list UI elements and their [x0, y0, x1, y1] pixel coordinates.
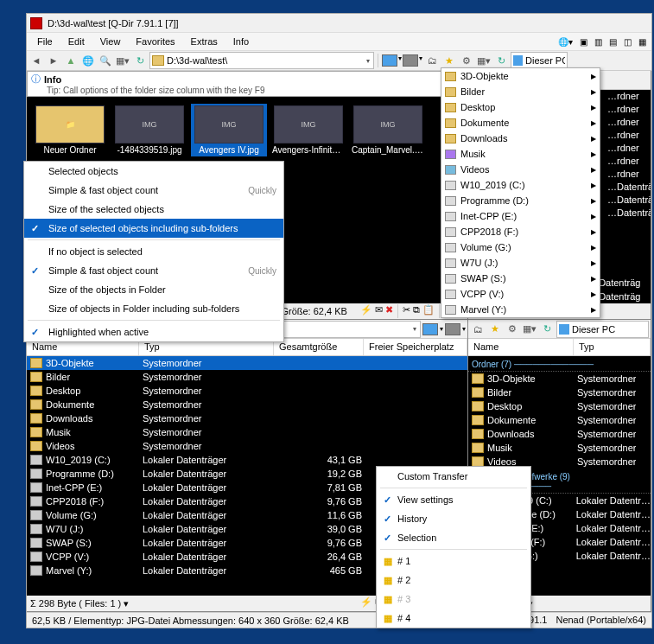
list-item[interactable]: 3D-ObjekteSystemordner — [27, 356, 467, 370]
flyout-item[interactable]: Bilder▶ — [441, 84, 600, 99]
flyout-item[interactable]: 3D-Objekte▶ — [441, 68, 600, 84]
pc-selector[interactable]: Dieser PC — [511, 52, 568, 69]
list-item[interactable]: DokumenteSystemordner — [27, 398, 467, 411]
list-item[interactable]: MusikSystemordner — [27, 425, 467, 439]
list-item[interactable]: MusikSystemordner — [468, 441, 651, 455]
layout-toggle-3[interactable]: ▤ — [607, 36, 619, 48]
list-item[interactable]: DesktopSystemordner — [27, 384, 467, 398]
context-menu-item[interactable]: Selected objects — [24, 162, 283, 181]
flyout-item[interactable]: SWAP (S:)▶ — [441, 271, 600, 286]
context-menu-item[interactable]: If no object is selected — [24, 242, 283, 261]
list-item[interactable]: 3D-ObjekteSystemordner — [468, 372, 651, 386]
list-item[interactable]: DownloadsSystemordner — [468, 427, 651, 441]
thumbnail-item[interactable]: 📁Neuer Ordner — [32, 104, 108, 156]
context-menu-item[interactable]: ▦# 4 — [377, 609, 530, 628]
flyout-item[interactable]: VCPP (V:)▶ — [441, 286, 600, 302]
flyout-item[interactable]: Volume (G:)▶ — [441, 239, 600, 255]
mail-icon[interactable]: ✉ — [375, 304, 383, 318]
address-dropdown[interactable]: ▾ — [365, 57, 371, 65]
list-item[interactable]: W10_2019 (C:)Lokaler Datenträger43,1 GB — [27, 453, 467, 467]
context-menu-item[interactable]: ▦# 2 — [377, 571, 530, 590]
list-item[interactable]: DesktopSystemordner — [468, 399, 651, 413]
delete-red-icon[interactable]: ✖ — [385, 304, 393, 318]
globe-icon[interactable]: 🌐▾ — [556, 36, 575, 48]
menu-edit[interactable]: Edit — [61, 35, 92, 48]
pane-selector-gray[interactable] — [445, 323, 460, 335]
gear-icon[interactable]: ⚙ — [459, 53, 474, 68]
flyout-item[interactable]: Desktop▶ — [441, 99, 600, 115]
context-menu-item[interactable]: ✓Simple & fast object countQuickly — [24, 261, 283, 280]
menu-favorites[interactable]: Favorites — [129, 35, 181, 48]
address-dropdown[interactable]: ▾ — [411, 325, 418, 333]
flyout-item[interactable]: Downloads▶ — [441, 131, 600, 146]
context-menu-custom-transfer[interactable]: Custom Transfer✓View settings✓History✓Se… — [376, 466, 531, 628]
pane-selector-blue[interactable] — [422, 323, 438, 335]
globe-button[interactable]: 🌐 — [80, 53, 96, 68]
flyout-item[interactable]: Musik▶ — [441, 146, 600, 162]
star-icon[interactable]: ★ — [441, 53, 457, 68]
pane-c-status-text[interactable]: Σ 298 Byte ( Files: 1 ) ▾ — [30, 598, 129, 609]
list-item[interactable]: BilderSystemordner — [468, 386, 651, 399]
group-header[interactable]: Ordner (7) ───────────── — [468, 358, 651, 372]
pane-d-address[interactable]: Dieser PC — [556, 321, 649, 338]
thumbnail-item[interactable]: IMGAvengers IV.jpg — [191, 104, 267, 156]
back-button[interactable]: ◄ — [29, 53, 44, 68]
tree-icon[interactable]: 🗂 — [424, 53, 440, 68]
thumbnail-item[interactable]: IMGCaptain_Marvel.jpg — [350, 104, 426, 156]
paste-icon[interactable]: 📋 — [422, 304, 435, 318]
list-item[interactable]: VideosSystemordner — [27, 439, 467, 453]
context-menu-item[interactable]: ✓View settings — [377, 490, 530, 509]
context-menu-item[interactable]: ✓History — [377, 509, 530, 528]
search-icon[interactable]: 🔍 — [98, 53, 113, 68]
flyout-item[interactable]: Marvel (Y:)▶ — [441, 302, 600, 317]
col-size[interactable]: Gesamtgröße — [274, 339, 364, 355]
wand-icon[interactable]: ⚡ — [360, 304, 372, 318]
menu-file[interactable]: File — [30, 35, 60, 48]
flyout-item[interactable]: Programme (D:)▶ — [441, 193, 600, 208]
thumbnail-item[interactable]: IMGAvengers-Infinity-... — [270, 104, 346, 156]
flyout-item[interactable]: Inet-CPP (E:)▶ — [441, 208, 600, 224]
flyout-item[interactable]: CPP2018 (F:)▶ — [441, 224, 600, 239]
star-icon[interactable]: ★ — [487, 322, 503, 337]
layout-toggle-1[interactable]: ▣ — [578, 36, 589, 48]
context-menu-item[interactable]: Size of objects in Folder including sub-… — [24, 299, 283, 318]
layout-toggle-2[interactable]: ▥ — [593, 36, 604, 48]
list-item[interactable]: DownloadsSystemordner — [27, 411, 467, 425]
context-menu-item[interactable]: ▦# 1 — [377, 552, 530, 571]
menu-view[interactable]: View — [93, 35, 128, 48]
list-item[interactable]: BilderSystemordner — [27, 370, 467, 384]
refresh-icon[interactable]: ↻ — [132, 53, 148, 68]
views-icon[interactable]: ▦▾ — [115, 53, 130, 68]
address-input[interactable] — [167, 55, 365, 66]
grid-icon[interactable]: ▦▾ — [522, 322, 537, 337]
context-menu-item[interactable]: Custom Transfer — [377, 467, 530, 486]
layout-toggle-5[interactable]: ▦ — [637, 36, 648, 48]
sync-icon[interactable]: ↻ — [539, 322, 555, 337]
flyout-item[interactable]: Videos▶ — [441, 162, 600, 177]
sync-icon[interactable]: ↻ — [493, 53, 509, 68]
up-button[interactable]: ▲ — [63, 53, 79, 68]
context-menu-item[interactable]: ✓Selection — [377, 528, 530, 547]
col-name[interactable]: Name — [468, 339, 574, 355]
pane-a-selector[interactable] — [382, 54, 397, 67]
flyout-item[interactable]: W7U (J:)▶ — [441, 255, 600, 271]
grid-icon[interactable]: ▦▾ — [476, 53, 492, 68]
list-item[interactable]: DokumenteSystemordner — [468, 413, 651, 427]
col-free[interactable]: Freier Speicherplatz — [364, 339, 467, 355]
menu-info[interactable]: Info — [226, 35, 256, 48]
pane-b-selector[interactable] — [403, 54, 418, 67]
flyout-item[interactable]: W10_2019 (C:)▶ — [441, 177, 600, 193]
context-menu-size-options[interactable]: Selected objectsSimple & fast object cou… — [23, 161, 284, 342]
thumbnail-item[interactable]: IMG-1484339519.jpg — [111, 104, 187, 156]
col-typ[interactable]: Typ — [574, 339, 651, 355]
tree-icon[interactable]: 🗂 — [470, 322, 486, 337]
wand-icon[interactable]: ⚡ — [360, 596, 372, 610]
forward-button[interactable]: ► — [46, 53, 61, 68]
context-menu-item[interactable]: Simple & fast object countQuickly — [24, 181, 283, 200]
copy-icon[interactable]: ⧉ — [413, 304, 420, 318]
flyout-item[interactable]: Dokumente▶ — [441, 115, 600, 131]
menu-extras[interactable]: Extras — [184, 35, 225, 48]
address-bar[interactable]: ▾ — [149, 52, 374, 69]
context-menu-item[interactable]: ✓Highlighted when active — [24, 322, 283, 341]
cut-icon[interactable]: ✂ — [403, 304, 410, 318]
